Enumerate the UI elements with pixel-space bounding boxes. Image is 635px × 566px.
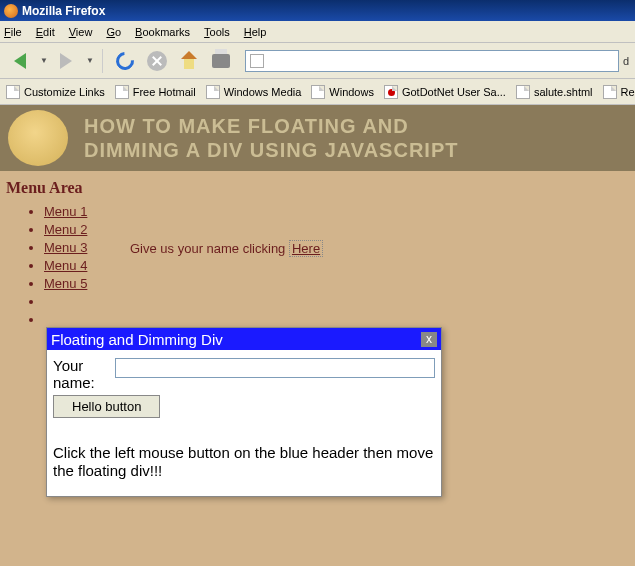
menu-link-2[interactable]: Menu 2	[44, 222, 87, 237]
forward-button[interactable]	[52, 47, 80, 75]
menu-go[interactable]: Go	[106, 26, 121, 38]
reload-icon	[112, 48, 137, 73]
url-tail: d	[623, 55, 629, 67]
menu-file[interactable]: File	[4, 26, 22, 38]
list-item	[44, 312, 635, 327]
bookmark-re[interactable]: Re	[603, 85, 635, 99]
window-titlebar: Mozilla Firefox	[0, 0, 635, 21]
nav-toolbar: ▼ ▼ d	[0, 43, 635, 79]
close-button[interactable]: x	[421, 332, 437, 347]
bookmark-free-hotmail[interactable]: Free Hotmail	[115, 85, 196, 99]
page-title: HOW TO MAKE FLOATING AND DIMMING A DIV U…	[84, 114, 458, 162]
print-icon	[212, 54, 230, 68]
page-icon	[206, 85, 220, 99]
prompt-text: Give us your name clicking Here	[130, 241, 323, 256]
print-button[interactable]	[207, 47, 235, 75]
menu-link-3[interactable]: Menu 3	[44, 240, 87, 255]
dialog-instruction: Click the left mouse button on the blue …	[53, 444, 435, 480]
bookmark-salute[interactable]: salute.shtml	[516, 85, 593, 99]
forward-dropdown-icon[interactable]: ▼	[86, 56, 94, 65]
menu-link-4[interactable]: Menu 4	[44, 258, 87, 273]
bookmark-windows-media[interactable]: Windows Media	[206, 85, 302, 99]
page-header: HOW TO MAKE FLOATING AND DIMMING A DIV U…	[0, 105, 635, 171]
menu-area-heading: Menu Area	[0, 171, 635, 201]
stop-icon	[147, 51, 167, 71]
back-arrow-icon	[14, 53, 26, 69]
hello-button[interactable]: Hello button	[53, 395, 160, 418]
window-title: Mozilla Firefox	[22, 4, 105, 18]
menu-link-5[interactable]: Menu 5	[44, 276, 87, 291]
list-item	[44, 294, 635, 309]
toolbar-separator	[102, 49, 103, 73]
list-item: Menu 1	[44, 204, 635, 219]
dialog-header[interactable]: Floating and Dimming Div x	[47, 328, 441, 350]
dialog-body: Your name: Hello button Click the left m…	[47, 350, 441, 496]
page-icon	[115, 85, 129, 99]
list-item: Menu 4	[44, 258, 635, 273]
bookmarks-toolbar: Customize Links Free Hotmail Windows Med…	[0, 79, 635, 105]
dialog-title: Floating and Dimming Div	[51, 331, 223, 348]
logo-ball-icon	[8, 110, 68, 166]
back-dropdown-icon[interactable]: ▼	[40, 56, 48, 65]
list-item: Menu 2	[44, 222, 635, 237]
home-button[interactable]	[175, 47, 203, 75]
firefox-icon	[4, 4, 18, 18]
floating-dialog: Floating and Dimming Div x Your name: He…	[46, 327, 442, 497]
menubar: File Edit View Go Bookmarks Tools Help	[0, 21, 635, 43]
menu-edit[interactable]: Edit	[36, 26, 55, 38]
menu-view[interactable]: View	[69, 26, 93, 38]
page-content: Menu Area Menu 1 Menu 2 Menu 3 Menu 4 Me…	[0, 171, 635, 327]
page-icon	[603, 85, 617, 99]
stop-button[interactable]	[143, 47, 171, 75]
page-icon	[311, 85, 325, 99]
forward-arrow-icon	[60, 53, 72, 69]
menu-help[interactable]: Help	[244, 26, 267, 38]
bookmark-customize-links[interactable]: Customize Links	[6, 85, 105, 99]
url-bar[interactable]	[245, 50, 619, 72]
menu-link-1[interactable]: Menu 1	[44, 204, 87, 219]
page-icon	[516, 85, 530, 99]
reload-button[interactable]	[111, 47, 139, 75]
bookmark-gotdotnet[interactable]: GotDotNet User Sa...	[384, 85, 506, 99]
bookmark-windows[interactable]: Windows	[311, 85, 374, 99]
list-item: Menu 5	[44, 276, 635, 291]
here-link[interactable]: Here	[289, 240, 323, 257]
back-button[interactable]	[6, 47, 34, 75]
page-icon	[6, 85, 20, 99]
home-icon	[179, 51, 199, 71]
menu-tools[interactable]: Tools	[204, 26, 230, 38]
page-icon	[250, 54, 264, 68]
name-label: Your name:	[53, 358, 115, 391]
menu-bookmarks[interactable]: Bookmarks	[135, 26, 190, 38]
name-input[interactable]	[115, 358, 435, 378]
menu-list: Menu 1 Menu 2 Menu 3 Menu 4 Menu 5	[0, 204, 635, 327]
favicon-icon	[384, 85, 398, 99]
